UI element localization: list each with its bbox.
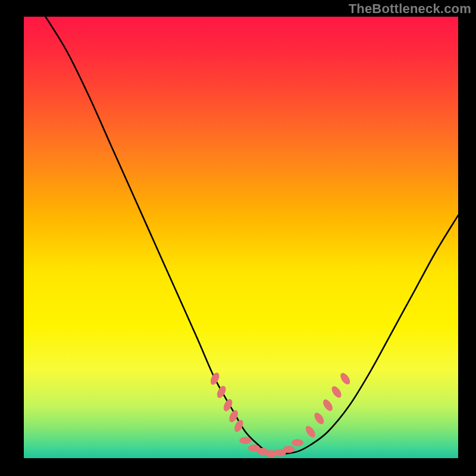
attribution-text: TheBottleneck.com [349, 1, 471, 17]
curve-marker [239, 437, 251, 444]
bottleneck-chart [0, 0, 476, 476]
gradient-plot-area [24, 17, 458, 458]
figure-root: TheBottleneck.com [0, 0, 476, 476]
curve-marker [283, 446, 295, 453]
curve-marker [292, 439, 303, 446]
